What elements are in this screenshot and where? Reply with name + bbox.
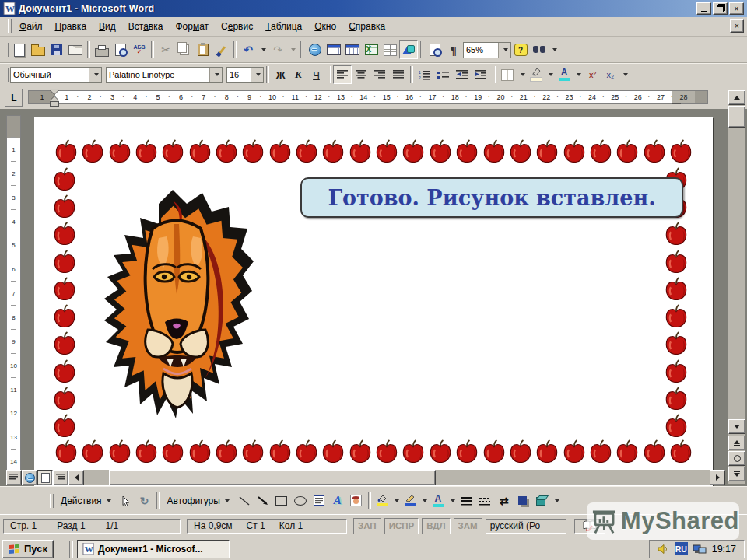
font-dropdown[interactable] xyxy=(209,68,222,82)
highlight-dropdown[interactable] xyxy=(545,65,556,84)
close-document-button[interactable]: × xyxy=(730,19,744,33)
dash-style-button[interactable] xyxy=(476,492,495,510)
autoshapes-menu[interactable]: Автофигуры xyxy=(162,493,235,509)
numbered-list-button[interactable]: 12 xyxy=(416,65,434,84)
tab-selector-button[interactable]: L xyxy=(5,89,23,107)
text-box-button[interactable] xyxy=(310,492,328,510)
menu-item-окно[interactable]: Окно xyxy=(308,19,342,34)
toolbar-options-dropdown[interactable] xyxy=(551,492,562,510)
rectangle-tool-button[interactable] xyxy=(272,492,291,510)
horizontal-scroll-thumb[interactable] xyxy=(109,470,436,485)
menu-item-таблица[interactable]: Таблица xyxy=(259,19,308,34)
show-hide-marks-button[interactable]: ¶ xyxy=(444,40,463,59)
outline-view-button[interactable] xyxy=(53,470,68,485)
justify-button[interactable] xyxy=(389,65,408,84)
undo-button[interactable]: ↶ xyxy=(239,40,258,59)
document-map-button[interactable] xyxy=(426,40,444,59)
help-button[interactable]: ? xyxy=(511,40,530,59)
font-color-button[interactable]: А xyxy=(556,66,573,83)
borders-button[interactable] xyxy=(498,65,517,84)
spelling-button[interactable]: АБВ✓ xyxy=(130,40,149,59)
open-button[interactable] xyxy=(29,40,47,59)
vertical-scroll-thumb[interactable] xyxy=(728,106,745,128)
fill-color-dropdown[interactable] xyxy=(391,492,402,510)
horizontal-ruler[interactable]: 1 12345678910111213141516171819202122232… xyxy=(28,90,708,104)
minimize-button[interactable] xyxy=(696,2,711,15)
style-dropdown[interactable] xyxy=(89,68,101,82)
font-combo[interactable]: Palatino Linotype xyxy=(106,67,223,83)
select-objects-button[interactable] xyxy=(117,492,135,510)
next-page-button[interactable] xyxy=(728,467,745,481)
scroll-down-button[interactable] xyxy=(728,419,745,434)
underline-button[interactable]: Ч xyxy=(307,66,325,83)
volume-icon[interactable] xyxy=(658,544,669,555)
arrow-tool-button[interactable] xyxy=(254,492,272,510)
fill-color-button[interactable] xyxy=(374,492,391,509)
bold-button[interactable]: Ж xyxy=(272,66,289,83)
insert-table-button[interactable] xyxy=(343,40,362,59)
vertical-ruler[interactable]: 1234567891011121314 xyxy=(6,115,21,474)
insert-excel-button[interactable] xyxy=(362,40,381,59)
font-size-combo[interactable]: 16 xyxy=(226,67,264,83)
font-color-dropdown[interactable] xyxy=(573,65,584,84)
toolbar-grip[interactable] xyxy=(5,68,9,82)
web-layout-view-button[interactable] xyxy=(22,470,37,485)
lion-clipart[interactable] xyxy=(98,177,254,434)
select-browse-object-button[interactable] xyxy=(728,451,745,466)
subscript-button[interactable]: x₂ xyxy=(601,66,619,83)
zoom-combo[interactable]: 65% xyxy=(463,42,511,58)
bulleted-list-button[interactable] xyxy=(434,65,453,84)
draw-actions-menu[interactable]: Действия xyxy=(55,493,117,509)
print-button[interactable] xyxy=(93,40,111,59)
menu-item-вставка[interactable]: Вставка xyxy=(122,19,170,34)
toolbar-grip[interactable] xyxy=(50,494,54,508)
columns-button[interactable] xyxy=(381,40,399,59)
undo-dropdown[interactable] xyxy=(258,40,268,59)
menu-item-справка[interactable]: Справка xyxy=(342,19,391,34)
style-combo[interactable]: Обычный xyxy=(10,67,102,83)
save-button[interactable] xyxy=(47,40,66,59)
borders-dropdown[interactable] xyxy=(517,65,528,84)
align-center-button[interactable] xyxy=(352,65,370,84)
cut-button[interactable]: ✂ xyxy=(156,40,175,59)
increase-indent-button[interactable] xyxy=(472,65,490,84)
start-button[interactable]: Пуск xyxy=(2,540,54,558)
vertical-scrollbar[interactable] xyxy=(728,90,745,484)
menu-item-сервис[interactable]: Сервис xyxy=(215,19,259,34)
align-left-button[interactable] xyxy=(333,65,352,84)
email-button[interactable] xyxy=(66,40,85,59)
print-layout-view-button[interactable] xyxy=(37,470,53,485)
align-right-button[interactable] xyxy=(370,65,389,84)
toolbar-options-dropdown[interactable] xyxy=(549,40,559,59)
task-button-word[interactable]: W Документ1 - Microsof... xyxy=(77,540,230,558)
scroll-up-button[interactable] xyxy=(728,90,745,105)
line-color-dropdown[interactable] xyxy=(419,492,430,510)
redo-dropdown[interactable] xyxy=(287,40,298,59)
network-icon[interactable] xyxy=(693,544,707,555)
format-painter-button[interactable] xyxy=(212,40,231,59)
line-tool-button[interactable] xyxy=(235,492,254,510)
menu-item-вид[interactable]: Вид xyxy=(93,19,122,34)
threed-button[interactable] xyxy=(532,492,551,510)
font-size-dropdown[interactable] xyxy=(251,68,263,82)
print-preview-button[interactable] xyxy=(111,40,130,59)
menu-item-файл[interactable]: Файл xyxy=(13,19,49,34)
tables-borders-button[interactable] xyxy=(324,40,343,59)
drawing-button[interactable] xyxy=(399,40,418,59)
italic-button[interactable]: К xyxy=(289,66,307,83)
paste-button[interactable] xyxy=(194,40,212,59)
language-indicator[interactable]: RU xyxy=(675,542,688,555)
copy-button[interactable] xyxy=(175,40,194,59)
redo-button[interactable]: ↷ xyxy=(268,40,287,59)
menu-item-правка[interactable]: Правка xyxy=(49,19,93,34)
line-color-button[interactable] xyxy=(402,492,419,509)
arrow-style-button[interactable]: ⇄ xyxy=(495,492,514,510)
wordart-button[interactable]: А xyxy=(328,492,347,510)
line-style-button[interactable] xyxy=(458,492,476,510)
indent-markers[interactable] xyxy=(50,89,60,107)
shadow-button[interactable] xyxy=(514,492,532,510)
draw-font-color-button[interactable]: А xyxy=(430,492,447,509)
free-rotate-button[interactable]: ↻ xyxy=(135,492,154,510)
decrease-indent-button[interactable] xyxy=(453,65,472,84)
highlight-button[interactable] xyxy=(528,66,545,83)
